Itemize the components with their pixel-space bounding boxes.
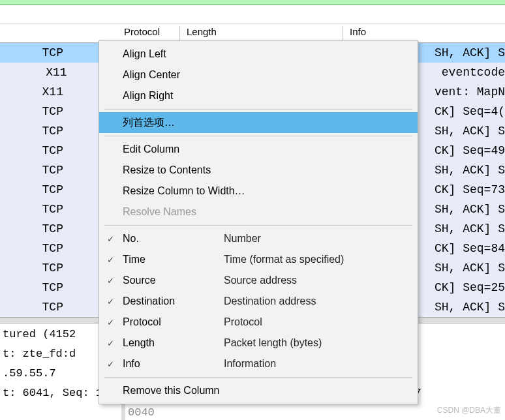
cell-protocol: TCP (40, 203, 78, 216)
filter-bar (0, 0, 505, 5)
cell-protocol: TCP (40, 125, 78, 138)
cell-protocol: TCP (40, 46, 78, 59)
cell-protocol: TCP (40, 164, 78, 177)
menu-column-toggle[interactable]: ✓InfoInformation (99, 353, 418, 374)
menu-label: Resize Column to Width… (123, 185, 245, 197)
menu-col-desc: Destination address (224, 295, 316, 307)
menu-label: Align Left (123, 48, 166, 60)
check-icon: ✓ (107, 255, 114, 265)
menu-col-label: No. (123, 233, 224, 245)
cell-protocol: TCP (40, 222, 78, 235)
cell-protocol: TCP (40, 242, 78, 255)
menu-column-preferences[interactable]: 列首选项… (99, 112, 418, 133)
menu-column-toggle[interactable]: ✓SourceSource address (99, 270, 418, 291)
menu-col-desc: Information (224, 358, 276, 370)
check-icon: ✓ (107, 297, 114, 307)
menu-col-label: Protocol (123, 316, 224, 328)
menu-align-right[interactable]: Align Right (99, 85, 418, 106)
menu-label: Remove this Column (123, 385, 220, 397)
menu-col-desc: Number (224, 233, 261, 245)
menu-label: Edit Column (123, 143, 179, 155)
cell-protocol: TCP (40, 183, 78, 196)
menu-column-toggle[interactable]: ✓DestinationDestination address (99, 291, 418, 312)
menu-col-label: Info (123, 358, 224, 370)
menu-col-label: Length (123, 337, 224, 349)
menu-col-desc: Time (format as specified) (224, 254, 344, 265)
menu-resolve-names: Resolve Names (99, 202, 418, 222)
check-icon: ✓ (107, 234, 114, 244)
menu-column-toggle[interactable]: ✓No.Number (99, 228, 418, 249)
cell-protocol: TCP (40, 105, 78, 118)
menu-column-toggle[interactable]: ✓ProtocolProtocol (99, 312, 418, 333)
cell-protocol: X11 (40, 85, 78, 98)
column-context-menu: Align Left Align Center Align Right 列首选项… (99, 40, 418, 404)
menu-align-center[interactable]: Align Center (99, 65, 418, 85)
menu-align-left[interactable]: Align Left (99, 44, 418, 65)
check-icon: ✓ (107, 359, 114, 369)
toolbar-gap (0, 5, 505, 23)
menu-separator (104, 136, 412, 136)
cell-protocol: TCP (40, 262, 78, 275)
menu-col-desc: Packet length (bytes) (224, 337, 322, 349)
menu-edit-column[interactable]: Edit Column (99, 139, 418, 160)
menu-col-desc: Protocol (224, 316, 262, 328)
menu-label: Align Right (123, 90, 173, 102)
menu-remove-column[interactable]: Remove this Column (99, 380, 418, 401)
menu-label: 列首选项… (123, 116, 175, 130)
menu-column-toggle[interactable]: ✓TimeTime (format as specified) (99, 249, 418, 270)
hex-offset: 0040 (128, 403, 168, 420)
menu-label: Resize to Contents (123, 164, 211, 176)
menu-separator (104, 377, 412, 378)
menu-col-label: Time (123, 254, 224, 265)
check-icon: ✓ (107, 318, 114, 327)
menu-label: Resolve Names (123, 206, 196, 218)
menu-resize-width[interactable]: Resize Column to Width… (99, 181, 418, 202)
cell-protocol: TCP (40, 144, 78, 157)
menu-col-label: Destination (123, 295, 224, 307)
menu-col-label: Source (123, 275, 224, 286)
menu-separator (104, 109, 412, 110)
menu-resize-contents[interactable]: Resize to Contents (99, 160, 418, 181)
menu-col-desc: Source address (224, 275, 297, 286)
check-icon: ✓ (107, 338, 114, 348)
menu-column-toggle[interactable]: ✓LengthPacket length (bytes) (99, 333, 418, 353)
cell-protocol: TCP (40, 281, 78, 294)
menu-label: Align Center (123, 69, 180, 81)
menu-separator (104, 225, 412, 226)
watermark: CSDN @DBA大董 (437, 405, 501, 416)
cell-protocol: X11 (43, 66, 85, 79)
cell-protocol: TCP (40, 301, 78, 314)
check-icon: ✓ (107, 276, 114, 286)
